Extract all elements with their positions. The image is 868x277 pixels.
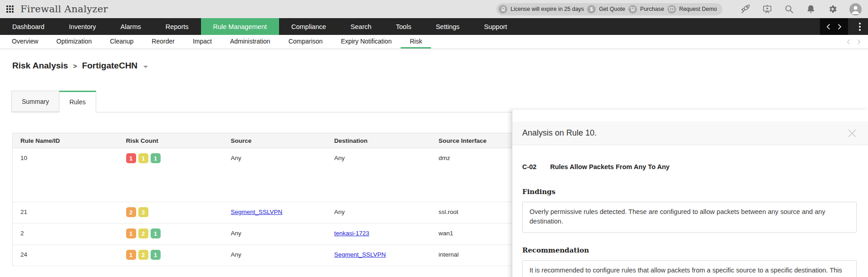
breadcrumb-section[interactable]: Risk Analysis (12, 61, 68, 71)
column-header-rule-name-id[interactable]: Rule Name/ID (13, 133, 118, 148)
nav-overflow-menu-icon[interactable] (859, 23, 861, 31)
source-interface: dmz (439, 155, 451, 161)
risk-badge-yellow[interactable]: 2 (138, 228, 148, 238)
sub-nav: OverviewOptimizationCleanupReorderImpact… (0, 35, 868, 49)
nav-next-icon[interactable] (838, 24, 842, 30)
request-demo-link[interactable]: Request Demo (679, 6, 717, 12)
table-row[interactable]: 10111AnyAnydmz (13, 148, 575, 202)
rule-id: 24 (20, 251, 27, 258)
analysis-panel-header: Analysis on Rule 10. (512, 121, 868, 145)
header-actions: License will expire in 25 days $ Get Quo… (496, 3, 862, 15)
risk-count-badges: 23 (126, 207, 223, 217)
subnav-item-expiry-notification[interactable]: Expiry Notification (332, 35, 401, 49)
findings-label: Findings (522, 188, 868, 196)
risk-badge-yellow[interactable]: 1 (138, 153, 148, 163)
main-nav-items: DashboardInventoryAlarmsReportsRule Mana… (0, 18, 520, 35)
nav-item-compliance[interactable]: Compliance (279, 18, 338, 35)
sub-nav-items: OverviewOptimizationCleanupReorderImpact… (3, 35, 431, 49)
notifications-bell-icon[interactable] (806, 4, 816, 14)
presentation-demo-icon[interactable] (762, 4, 772, 14)
device-dropdown-caret-icon[interactable] (143, 66, 148, 68)
column-header-destination[interactable]: Destination (327, 133, 431, 148)
main-nav-right (820, 18, 868, 35)
subnav-item-risk[interactable]: Risk (401, 35, 431, 49)
risk-badge-orange[interactable]: 1 (126, 228, 136, 238)
cell-text: Any (231, 251, 241, 258)
risk-badge-green[interactable]: 1 (151, 228, 161, 238)
license-pill: License will expire in 25 days $ Get Quo… (496, 3, 722, 15)
risk-count-badges: 121 (126, 228, 223, 238)
table-row[interactable]: 2123Segment_SSLVPNAnyssl.root (13, 202, 575, 224)
demo-play-icon (667, 5, 676, 14)
cell-text: Any (334, 209, 345, 215)
rule-code: C-02 (522, 163, 536, 170)
get-quote-link[interactable]: Get Quote (599, 6, 625, 12)
nav-item-alarms[interactable]: Alarms (108, 18, 153, 35)
nav-item-inventory[interactable]: Inventory (57, 18, 108, 35)
findings-text: Overly permissive rules detected. These … (522, 202, 857, 233)
table-row[interactable]: 24121AnySegment_SSLVPNinternal (13, 245, 575, 266)
recommendation-label: Recommendation (522, 246, 868, 254)
license-expiry-text: License will expire in 25 days (510, 6, 584, 12)
nav-item-settings[interactable]: Settings (423, 18, 471, 35)
tab-summary[interactable]: Summary (11, 91, 59, 112)
rule-id: 2 (20, 230, 24, 237)
breadcrumb-device[interactable]: FortigateCHN (82, 61, 137, 71)
risk-badge-yellow[interactable]: 3 (138, 207, 148, 217)
subnav-prev-icon[interactable] (847, 39, 850, 45)
risk-count-badges: 111 (126, 153, 223, 163)
risk-count-badges: 121 (126, 250, 223, 260)
cell-text: Any (231, 230, 241, 237)
risk-badge-orange[interactable]: 1 (126, 250, 136, 260)
object-link[interactable]: Segment_SSLVPN (231, 209, 283, 215)
rules-table-header: Rule Name/IDRisk CountSourceDestinationS… (13, 133, 575, 148)
subnav-pager (847, 35, 868, 49)
rule-id: 10 (20, 155, 27, 161)
nav-item-dashboard[interactable]: Dashboard (0, 18, 57, 35)
subnav-item-comparison[interactable]: Comparison (280, 35, 332, 49)
rule-heading-row: C-02 Rules Allow Packets From Any To Any (522, 163, 857, 170)
rule-title: Rules Allow Packets From Any To Any (550, 163, 669, 170)
table-row[interactable]: 2121Anytenkasi-1723wan1 (13, 224, 575, 245)
nav-prev-icon[interactable] (826, 24, 830, 30)
subnav-item-impact[interactable]: Impact (184, 35, 221, 49)
close-icon[interactable] (847, 128, 857, 138)
app-title: Firewall Analyzer (20, 4, 108, 15)
subnav-item-reorder[interactable]: Reorder (142, 35, 184, 49)
rule-id: 21 (20, 209, 27, 215)
cart-icon (628, 5, 637, 14)
risk-badge-green[interactable]: 1 (151, 250, 161, 260)
risk-badge-yellow[interactable]: 2 (138, 250, 148, 260)
license-medal-icon (499, 5, 507, 14)
subnav-next-icon[interactable] (857, 39, 861, 45)
content-area: Risk Analysis > FortigateCHN SummaryRule… (0, 61, 868, 277)
tab-rules[interactable]: Rules (59, 91, 96, 112)
column-header-risk-count[interactable]: Risk Count (118, 133, 223, 148)
nav-item-search[interactable]: Search (338, 18, 384, 35)
object-link[interactable]: Segment_SSLVPN (334, 251, 386, 258)
nav-item-tools[interactable]: Tools (384, 18, 424, 35)
search-icon[interactable] (784, 4, 794, 14)
subnav-item-cleanup[interactable]: Cleanup (101, 35, 142, 49)
recommendation-text: It is recommended to configure rules tha… (522, 260, 857, 277)
apps-grid-icon[interactable] (6, 5, 14, 13)
nav-item-reports[interactable]: Reports (153, 18, 201, 35)
nav-item-support[interactable]: Support (472, 18, 520, 35)
source-interface: internal (439, 251, 459, 258)
object-link[interactable]: tenkasi-1723 (334, 230, 369, 237)
subnav-item-overview[interactable]: Overview (3, 35, 47, 49)
purchase-link[interactable]: Purchase (640, 6, 664, 12)
rules-table: Rule Name/IDRisk CountSourceDestinationS… (12, 133, 575, 266)
risk-badge-orange[interactable]: 2 (126, 207, 136, 217)
subnav-item-administration[interactable]: Administration (221, 35, 280, 49)
rocket-icon[interactable] (740, 4, 750, 14)
user-avatar[interactable] (849, 3, 862, 15)
rules-table-body: 10111AnyAnydmz2123Segment_SSLVPNAnyssl.r… (13, 148, 575, 266)
nav-item-rule-management[interactable]: Rule Management (201, 18, 280, 35)
risk-badge-red[interactable]: 1 (126, 153, 136, 163)
risk-badge-green[interactable]: 1 (151, 153, 161, 163)
subnav-item-optimization[interactable]: Optimization (47, 35, 101, 49)
column-header-source[interactable]: Source (223, 133, 327, 148)
settings-gear-icon[interactable] (828, 4, 838, 14)
source-interface: ssl.root (439, 209, 459, 215)
